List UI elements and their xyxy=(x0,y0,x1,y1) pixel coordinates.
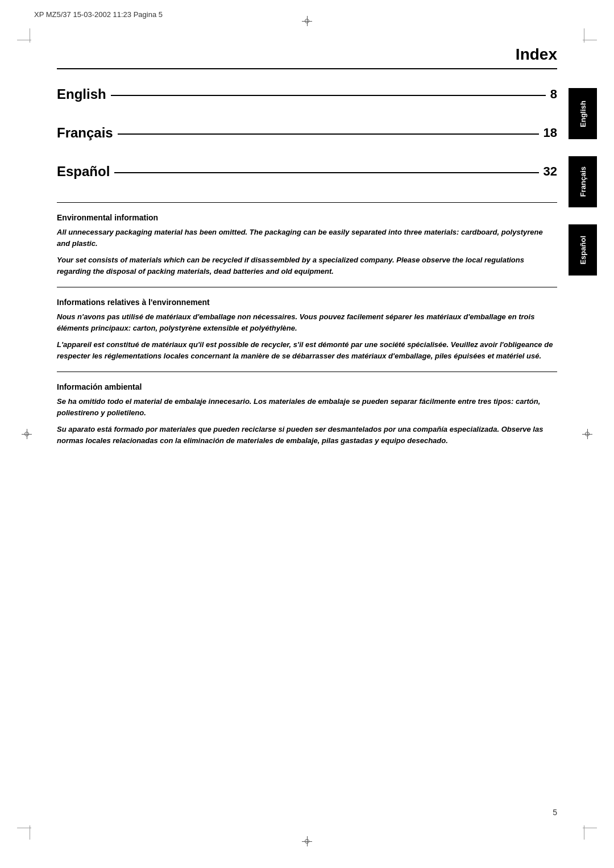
toc-number-english: 8 xyxy=(550,87,557,102)
index-title: Index xyxy=(57,45,557,69)
env-section-english: Environmental information All unnecessar… xyxy=(57,213,557,277)
toc-number-espanol: 32 xyxy=(544,164,557,179)
env-paragraph-english-2: Your set consists of materials which can… xyxy=(57,254,557,277)
env-paragraph-french-2: L'appareil est constitué de matériaux qu… xyxy=(57,339,557,361)
main-content: Index English 8 Français 18 Español 32 xyxy=(57,45,557,823)
side-tab-francais-label: Français xyxy=(579,166,587,197)
crop-mark-br-v xyxy=(584,825,584,840)
toc-line-english xyxy=(111,95,546,96)
toc-label-espanol: Español xyxy=(57,164,110,180)
crop-mark-br-h xyxy=(583,828,597,828)
side-tab-espanol-label: Español xyxy=(579,236,587,265)
env-section-spanish: Información ambiental Se ha omitido todo… xyxy=(57,382,557,446)
page: XP MZ5/37 15-03-2002 11:23 Pagina 5 Inde… xyxy=(0,0,614,868)
env-paragraph-spanish-1: Se ha omitido todo el material de embala… xyxy=(57,396,557,418)
header-info: XP MZ5/37 15-03-2002 11:23 Pagina 5 xyxy=(34,10,163,19)
toc-line-francais xyxy=(118,133,539,135)
side-tab-english-label: English xyxy=(579,101,587,127)
toc: English 8 Français 18 Español 32 xyxy=(57,86,557,182)
reg-mark-right xyxy=(582,429,592,439)
toc-entry-francais: Français 18 xyxy=(57,125,557,144)
crop-mark-tr-v xyxy=(584,28,584,43)
divider-1 xyxy=(57,202,557,203)
side-tab-english[interactable]: English xyxy=(569,88,597,139)
toc-entry-espanol: Español 32 xyxy=(57,164,557,182)
divider-2 xyxy=(57,287,557,287)
file-info-text: XP MZ5/37 15-03-2002 11:23 Pagina 5 xyxy=(34,10,163,19)
env-heading-english: Environmental information xyxy=(57,213,557,222)
toc-label-francais: Français xyxy=(57,125,113,141)
toc-number-francais: 18 xyxy=(544,126,557,140)
reg-mark-bottom xyxy=(302,836,312,846)
reg-mark-left xyxy=(22,429,32,439)
toc-entry-english: English 8 xyxy=(57,86,557,105)
crop-mark-tr-h xyxy=(583,40,597,40)
toc-label-english: English xyxy=(57,86,106,102)
crop-mark-bl-v xyxy=(30,825,30,840)
env-heading-french: Informations relatives à l'environnement xyxy=(57,298,557,307)
side-tab-francais[interactable]: Français xyxy=(569,156,597,207)
crop-mark-tl-v xyxy=(30,28,30,43)
page-number: 5 xyxy=(553,808,557,817)
header-crosshair xyxy=(302,10,312,20)
divider-3 xyxy=(57,372,557,372)
side-tabs: English Français Español xyxy=(569,88,597,293)
env-section-french: Informations relatives à l'environnement… xyxy=(57,298,557,361)
env-paragraph-french-1: Nous n'avons pas utilisé de matériaux d'… xyxy=(57,311,557,333)
env-paragraph-spanish-2: Su aparato está formado por materiales q… xyxy=(57,424,557,446)
env-heading-spanish: Información ambiental xyxy=(57,382,557,391)
side-tab-espanol[interactable]: Español xyxy=(569,224,597,276)
toc-line-espanol xyxy=(114,172,538,173)
env-paragraph-english-1: All unnecessary packaging material has b… xyxy=(57,227,557,249)
